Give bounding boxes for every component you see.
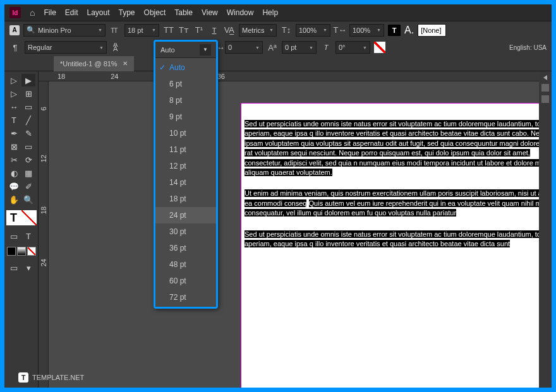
menu-object[interactable]: Object [144, 8, 166, 17]
view-mode-icon[interactable]: ▭ [7, 261, 21, 274]
leading-option[interactable]: 48 pt [155, 256, 216, 273]
scissors-tool-icon[interactable]: ✂ [7, 153, 21, 166]
close-icon[interactable]: ✕ [123, 60, 128, 67]
line-tool-icon[interactable]: ╱ [21, 114, 35, 126]
note-tool-icon[interactable]: 💬 [7, 180, 21, 193]
leading-option[interactable]: 36 pt [155, 240, 216, 256]
chevron-down-icon[interactable]: ▼ [200, 44, 211, 56]
right-panel-dock[interactable] [539, 71, 552, 388]
watermark: T TEMPLATE.NET [18, 372, 84, 383]
watermark-icon: T [18, 372, 28, 383]
zoom-tool-icon[interactable]: 🔍 [21, 193, 35, 206]
menu-window[interactable]: Window [227, 8, 254, 17]
skew-icon: T [320, 42, 332, 53]
leading-option[interactable]: 60 pt [155, 273, 216, 289]
gap-tool-icon[interactable]: ↔ [7, 100, 21, 113]
control-bar-row2: ¶ Regular▼ AA T₁ T fi AV↔ 0▼ Aª 0 pt▼ T … [4, 39, 552, 56]
panel-icon[interactable] [541, 95, 549, 103]
menu-file[interactable]: File [44, 8, 56, 17]
leading-option[interactable]: 9 pt [155, 109, 216, 125]
menu-type[interactable]: Type [119, 8, 135, 17]
apply-color-icon[interactable] [7, 247, 16, 256]
pencil-tool-icon[interactable]: ✎ [21, 127, 35, 140]
direct-selection-icon[interactable]: ▷ [7, 87, 21, 100]
underline-icon[interactable]: T [208, 25, 220, 36]
rectangle-tool-icon[interactable]: ▭ [21, 140, 35, 153]
leading-option[interactable]: 14 pt [155, 174, 216, 191]
horizontal-ruler: 18243036 [39, 71, 539, 81]
language-combo[interactable]: English: USA [509, 44, 547, 51]
leading-option[interactable]: 11 pt [155, 141, 216, 158]
page[interactable]: Sed ut perspiciatis unde omnis iste natu… [241, 103, 539, 388]
no-stroke-icon[interactable] [374, 42, 385, 53]
fill-indicator-icon[interactable]: T [6, 210, 21, 225]
gradient-feather-icon[interactable]: ▦ [21, 167, 35, 179]
leading-dropdown[interactable]: Auto▼ Auto 6 pt 8 pt 9 pt 10 pt 11 pt 12… [154, 40, 218, 309]
menu-edit[interactable]: Edit [65, 8, 78, 17]
content-collector-icon[interactable]: ▭ [21, 100, 35, 113]
leading-option[interactable]: Auto [155, 59, 216, 76]
screen-mode-icon[interactable]: ▾ [21, 261, 35, 274]
expand-panel-icon[interactable] [543, 75, 547, 80]
type-tool-icon[interactable]: T [7, 114, 21, 126]
baseline-icon: Aª [267, 42, 278, 53]
tab-bar: *Untitled-1 @ 81%✕ [4, 56, 552, 71]
menu-view[interactable]: View [202, 8, 218, 17]
format-container-icon[interactable]: ▭ [7, 230, 21, 242]
body-p3[interactable]: Sed ut perspiciatis unde omnis iste natu… [245, 230, 539, 247]
hand-tool-icon[interactable]: ✋ [7, 193, 21, 206]
allcaps-icon[interactable]: TT [163, 25, 174, 36]
leading-current[interactable]: Auto▼ [155, 42, 216, 58]
eyedropper-icon[interactable]: ✐ [21, 180, 35, 193]
pen-tool-icon[interactable]: ✒ [7, 127, 21, 140]
leading-option[interactable]: 8 pt [155, 92, 216, 109]
home-icon[interactable]: ⌂ [30, 8, 35, 18]
text-frame[interactable]: Sed ut perspiciatis unde omnis iste natu… [245, 119, 539, 260]
font-family-combo[interactable]: 🔍 Minion Pro▼ [23, 24, 106, 37]
paragraph-formatting-icon[interactable]: ¶ [9, 42, 21, 53]
leading-option[interactable]: 6 pt [155, 76, 216, 92]
skew-combo[interactable]: 0°▼ [335, 41, 370, 54]
vscale-combo[interactable]: 100%▼ [296, 24, 330, 37]
superscript-icon[interactable]: T¹ [193, 25, 205, 36]
apply-gradient-icon[interactable] [17, 247, 26, 256]
canvas[interactable]: 18243036 6121824 Sed ut perspiciatis und… [39, 71, 539, 388]
stroke-indicator-icon[interactable] [21, 210, 37, 225]
document-tab[interactable]: *Untitled-1 @ 81%✕ [54, 56, 134, 71]
selection-tool-icon[interactable]: ▶ [21, 74, 35, 86]
char-color-icon[interactable]: A. [404, 25, 414, 36]
menu-help[interactable]: Help [262, 8, 278, 17]
fill-text-icon[interactable]: T [388, 25, 401, 36]
panel-icon[interactable] [541, 84, 549, 92]
font-size-combo[interactable]: 18 pt▼ [124, 24, 159, 37]
leading-option[interactable]: 10 pt [155, 125, 216, 141]
gradient-swatch-icon[interactable]: ◐ [7, 167, 21, 179]
leading-option[interactable]: 30 pt [155, 223, 216, 240]
page-tool-icon[interactable]: ⊞ [21, 87, 35, 100]
free-transform-icon[interactable]: ⟳ [21, 153, 35, 166]
svg-text:T: T [114, 27, 118, 34]
leading-option[interactable]: 72 pt [155, 289, 216, 306]
rectangle-frame-icon[interactable]: ⊠ [7, 140, 21, 153]
control-bar-row1: A 🔍 Minion Pro▼ TT 18 pt▼ TT Tᴛ T¹ T VA̲… [4, 21, 552, 39]
apply-none-icon[interactable] [27, 247, 36, 256]
character-formatting-icon[interactable]: A [9, 25, 20, 35]
baseline-combo[interactable]: 0 pt▼ [282, 41, 317, 54]
format-text-icon[interactable]: T [21, 230, 35, 242]
grabber-icon[interactable]: ▷ [7, 74, 21, 86]
tracking-combo[interactable]: 0▼ [225, 41, 263, 54]
leading-option-list: Auto 6 pt 8 pt 9 pt 10 pt 11 pt 12 pt 14… [155, 58, 216, 307]
leading-option[interactable]: 18 pt [155, 191, 216, 207]
smallcaps-icon[interactable]: Tᴛ [178, 25, 190, 36]
body-p1[interactable]: Sed ut perspiciatis unde omnis iste natu… [245, 120, 539, 176]
menu-layout[interactable]: Layout [87, 8, 110, 17]
char-style-combo[interactable]: [None] [418, 24, 446, 37]
app-logo-icon: Id [9, 7, 21, 18]
kerning-combo[interactable]: Metrics▼ [239, 24, 277, 37]
vscale-icon: T↕ [281, 25, 292, 36]
font-weight-combo[interactable]: Regular▼ [25, 41, 107, 54]
menu-table[interactable]: Table [174, 8, 193, 17]
hscale-combo[interactable]: 100%▼ [349, 24, 384, 37]
leading-option[interactable]: 12 pt [155, 158, 216, 174]
leading-option[interactable]: 24 pt [155, 207, 216, 223]
